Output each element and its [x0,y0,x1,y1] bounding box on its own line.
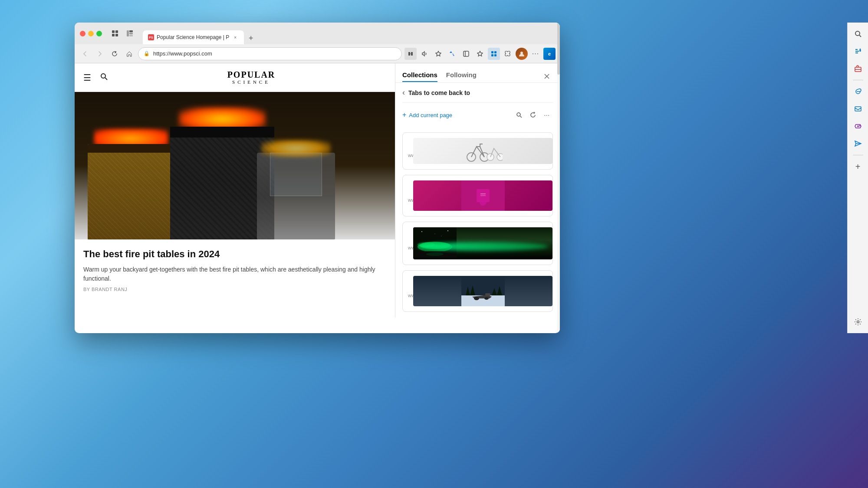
website-content: ☰ POPULAR SCIENCE [75,63,395,318]
card-inner-2: Can this robot help sol... www.popsci.co… [403,175,552,216]
svg-point-36 [421,231,422,232]
tab-collections[interactable]: Collections [402,71,437,82]
add-current-page-button[interactable]: + Add current page [402,111,510,119]
sidebar-button[interactable] [460,48,472,60]
scrollbar-track [557,63,560,318]
svg-point-29 [480,199,487,206]
favorites-button[interactable] [432,48,444,60]
refresh-collections-button[interactable] [527,109,539,121]
back-arrow-button[interactable]: ‹ [402,88,405,97]
svg-rect-10 [464,51,469,56]
favorites-star-button[interactable] [474,48,486,60]
svg-rect-8 [408,52,410,56]
svg-rect-2 [112,34,115,36]
sidebar-add-button[interactable]: + [850,159,866,174]
card-thumbnail-2 [413,180,552,211]
sidebar-outlook-button[interactable] [850,101,866,117]
svg-line-53 [859,35,861,37]
collection-card-2[interactable]: Can this robot help sol... www.popsci.co… [402,175,553,216]
sidebar-divider-2 [853,155,863,155]
article-text-section: The best fire pit tables in 2024 Warm up… [75,239,395,301]
sidebar-collections-button[interactable] [850,43,866,59]
svg-rect-3 [115,34,118,36]
titlebar-icons [109,27,136,39]
sidebar-bottom [850,314,866,330]
tab-title: Popular Science Homepage | P [157,34,229,40]
edge-right-sidebar: + [847,23,868,333]
hamburger-menu[interactable]: ☰ [83,72,91,83]
svg-point-39 [441,236,442,236]
lock-icon: 🔒 [144,51,150,56]
address-bar[interactable]: 🔒 https://www.popsci.com [138,47,402,60]
minimize-button[interactable] [88,31,94,36]
collection-card-3[interactable]: 15 captivating photos o... www.popsci.co… [402,222,553,265]
collection-card-4[interactable]: Why Ski-Doo is the onl... www.popsci.com [402,270,553,312]
svg-rect-31 [480,195,486,196]
nav-action-buttons: ··· e [404,48,556,60]
card-thumbnail-4 [413,276,552,306]
collections-panel-header: Collections Following [395,63,560,83]
card-thumbnail-3 [413,227,552,259]
card-inner-1: The best folding electri... www.popsci.c… [403,133,552,169]
immersive-reader-button[interactable] [404,48,417,60]
tab-favicon: PS [148,34,154,40]
svg-rect-51 [485,293,490,296]
svg-point-49 [474,297,479,300]
add-page-row: + Add current page ··· [402,109,553,126]
search-button[interactable] [100,72,108,82]
svg-point-17 [101,74,105,78]
forward-button[interactable] [94,48,106,60]
vertical-tabs-icon[interactable] [124,27,136,39]
home-button[interactable] [123,48,135,60]
sidebar-send-button[interactable] [850,136,866,151]
svg-point-21 [517,113,520,116]
tabs-section-title: Tabs to come back to [408,89,470,96]
card-thumbnail-1 [413,138,552,164]
translate-button[interactable] [446,48,458,60]
active-tab[interactable]: PS Popular Science Homepage | P × [143,30,244,44]
close-button[interactable] [80,31,85,36]
search-collections-button[interactable] [513,109,525,121]
workspaces-icon[interactable] [109,27,121,39]
profile-button[interactable] [516,48,528,60]
collections-body[interactable]: ‹ Tabs to come back to + Add current pag… [395,83,560,318]
svg-line-18 [105,78,107,80]
svg-line-22 [520,116,522,118]
collection-card-1[interactable]: The best folding electri... www.popsci.c… [402,132,553,170]
sidebar-settings-button[interactable] [850,314,866,330]
sidebar-games-button[interactable] [850,118,866,134]
svg-rect-13 [494,51,496,53]
collections-button[interactable] [488,48,500,60]
extensions-button[interactable] [502,48,514,60]
svg-rect-9 [411,52,413,56]
tab-close-button[interactable]: × [232,34,239,41]
edge-copilot-button[interactable]: e [543,48,556,60]
svg-point-35 [418,242,435,247]
hero-image [75,92,395,239]
svg-point-59 [859,125,860,126]
svg-rect-14 [491,54,493,56]
article-description: Warm up your backyard get-togethers with… [83,265,386,283]
back-button[interactable] [79,48,91,60]
sidebar-edge-button[interactable] [850,84,866,99]
article-byline: BY BRANDT RANJ [83,287,386,292]
more-collections-options[interactable]: ··· [541,109,553,121]
refresh-button[interactable] [108,48,121,60]
sidebar-divider-1 [853,80,863,80]
website-header: ☰ POPULAR SCIENCE [75,63,395,92]
more-options-button[interactable]: ··· [529,48,542,60]
tab-following[interactable]: Following [446,71,477,82]
traffic-lights [80,31,102,36]
sidebar-search-button[interactable] [850,26,866,42]
content-area: ☰ POPULAR SCIENCE [75,63,560,318]
collections-close-button[interactable] [541,70,553,82]
maximize-button[interactable] [96,31,102,36]
sidebar-briefcase-button[interactable] [850,61,866,76]
svg-rect-15 [494,54,496,56]
collections-tabs: Collections Following [402,70,553,82]
new-tab-button[interactable]: + [245,32,257,44]
scrollbar-thumb[interactable] [557,63,560,75]
svg-point-61 [857,321,859,323]
svg-rect-1 [115,30,118,33]
read-aloud-button[interactable] [418,48,431,60]
